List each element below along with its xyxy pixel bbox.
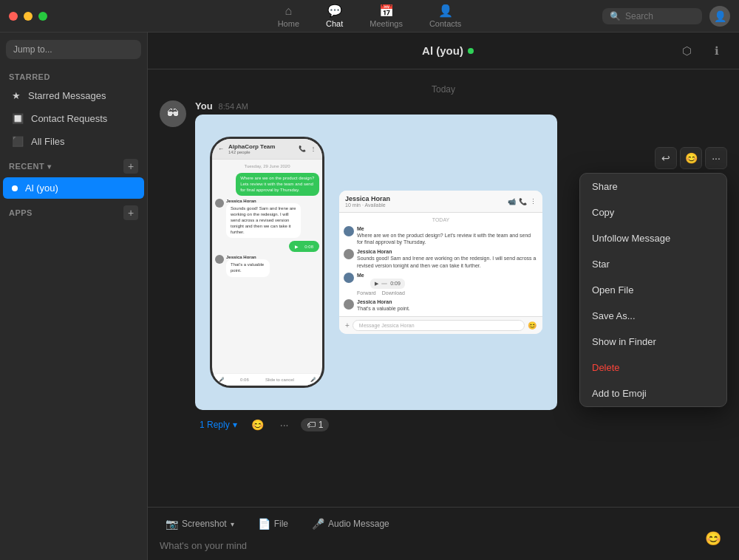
dc-msg1-name: Me (357, 226, 538, 231)
phone-date: Tuesday, 29 June 2020 (215, 163, 319, 170)
dc-emoji-icon: 😊 (528, 321, 537, 329)
sidebar-item-contact-requests[interactable]: 🔲 Contact Requests (3, 108, 144, 129)
context-menu-open-file[interactable]: Open File (580, 277, 726, 303)
contact-requests-icon: 🔲 (12, 113, 24, 124)
popout-button[interactable]: ⬡ (677, 41, 698, 61)
chat-title-text: Al (you) (422, 44, 463, 57)
context-menu-delete[interactable]: Delete (580, 355, 726, 380)
phone-member-count: 142 people (228, 150, 294, 154)
apps-section-row: Apps + (0, 199, 147, 223)
context-menu-copy[interactable]: Copy (580, 199, 726, 225)
context-menu-add-to-emoji[interactable]: Add to Emoji (580, 380, 726, 406)
dc-header-info: Jessica Horan 10 min · Available (345, 195, 390, 208)
add-emoji-button[interactable]: 😊 (248, 414, 268, 435)
online-status-dot (468, 48, 474, 54)
tab-contacts[interactable]: 👤 Contacts (416, 1, 474, 31)
chat-header: Al (you) ⬡ ℹ (148, 33, 739, 69)
jump-to-input[interactable]: Jump to... (6, 40, 141, 59)
chat-header-actions: ⬡ ℹ (677, 41, 727, 61)
tab-home[interactable]: ⌂ Home (265, 1, 313, 31)
dc-more-icon: ⋮ (530, 198, 537, 205)
date-divider: Today (160, 75, 727, 100)
chevron-down-icon: ▾ (233, 420, 237, 430)
context-menu-star[interactable]: Star (580, 251, 726, 277)
more-actions-button[interactable]: ··· (274, 414, 295, 435)
sidebar-item-al-you[interactable]: Al (you) (3, 177, 144, 199)
add-apps-button[interactable]: + (123, 205, 138, 220)
dc-plus-icon: + (345, 321, 350, 329)
title-right: 🔍 👤 (602, 6, 730, 27)
screenshot-preview: ← AlphaCorp Team 142 people 📞⋮ Tuesday, … (195, 115, 557, 410)
apps-section-label: Apps (9, 208, 33, 217)
dc-avatar-jessica2 (344, 299, 354, 310)
sender-avatar: 🕶 (160, 100, 186, 127)
tab-chat-label: Chat (326, 19, 343, 28)
active-dot (12, 185, 18, 191)
al-you-label: Al (you) (25, 182, 58, 194)
search-icon: 🔍 (610, 11, 621, 21)
sidebar-item-all-files[interactable]: ⬛ All Files (3, 131, 144, 152)
reply-count-text: 1 Reply (200, 420, 230, 430)
more-icon-button[interactable]: ··· (705, 147, 727, 169)
tab-meetings[interactable]: 📅 Meetings (356, 1, 416, 31)
dc-msg-row-4: Jessica Horan That's a valuable point. (344, 299, 538, 312)
avatar[interactable]: 👤 (709, 6, 730, 27)
dc-header: Jessica Horan 10 min · Available 📹 📞 ⋮ (339, 191, 542, 213)
dc-video-icon: 📹 (508, 198, 516, 205)
react-icon-button[interactable]: 😊 (680, 147, 702, 169)
search-bar[interactable]: 🔍 (602, 8, 702, 24)
chat-area: Al (you) ⬡ ℹ Today 🕶 You 8:54 AM (148, 33, 739, 560)
audio-tool[interactable]: 🎤 Audio Message (306, 515, 395, 533)
add-recent-button[interactable]: + (123, 159, 138, 174)
tab-meetings-label: Meetings (370, 19, 403, 28)
composer-input[interactable] (160, 539, 727, 553)
maximize-button[interactable] (38, 12, 47, 21)
dc-msg2-name: Jessica Horan (357, 249, 538, 254)
file-icon: 📄 (258, 518, 270, 530)
phone-chat-header: ← AlphaCorp Team 142 people 📞⋮ (212, 139, 322, 160)
sender-name: You (195, 100, 213, 112)
context-menu-save-as[interactable]: Save As... (580, 303, 726, 329)
message-floating-actions: ↩ 😊 ··· (655, 147, 727, 169)
sidebar: Jump to... Starred ★ Starred Messages 🔲 … (0, 33, 148, 560)
dc-msg-row-3: Me ▶ 0:09 Forward Download (344, 273, 538, 296)
audio-label: Audio Message (328, 519, 389, 529)
main-layout: Jump to... Starred ★ Starred Messages 🔲 … (0, 33, 739, 560)
chat-icon: 💬 (327, 4, 342, 18)
dc-avatar-me2 (344, 273, 354, 283)
reply-icon-button[interactable]: ↩ (655, 147, 677, 169)
dc-msg4-text: That's a valuable point. (357, 305, 410, 312)
tab-chat[interactable]: 💬 Chat (313, 1, 356, 31)
starred-section-label: Starred (0, 66, 147, 84)
chat-title: Al (you) (422, 44, 474, 57)
dc-header-icons: 📹 📞 ⋮ (508, 198, 537, 205)
file-tool[interactable]: 📄 File (252, 515, 294, 533)
close-button[interactable] (9, 12, 18, 21)
context-menu-show-in-finder[interactable]: Show in Finder (580, 329, 726, 355)
phone-chat-name: AlphaCorp Team (228, 143, 294, 150)
tab-home-label: Home (278, 19, 299, 28)
all-files-label: All Files (31, 136, 65, 147)
phone-bubble-received2: That's a valuable point. (226, 259, 270, 277)
sidebar-item-starred-messages[interactable]: ★ Starred Messages (3, 85, 144, 106)
dc-contact-status: 10 min · Available (345, 202, 390, 208)
context-menu-unfollow[interactable]: Unfollow Message (580, 225, 726, 251)
dc-date: TODAY (344, 217, 538, 222)
screenshot-tool[interactable]: 📷 Screenshot ▾ (160, 515, 240, 533)
dc-msg-row-1: Me Where are we on the product design? L… (344, 226, 538, 245)
reaction-count: 1 (319, 420, 324, 430)
context-menu-share[interactable]: Share (580, 174, 726, 199)
dc-phone-icon: 📞 (519, 198, 527, 205)
dc-body: TODAY Me Where are we on the product des… (339, 213, 542, 315)
reply-count-button[interactable]: 1 Reply ▾ (195, 417, 242, 432)
info-button[interactable]: ℹ (706, 41, 727, 61)
contact-requests-label: Contact Requests (31, 113, 107, 124)
emoji-reaction-tag[interactable]: 🏷 1 (301, 418, 330, 431)
composer-emoji-button[interactable]: 😊 (705, 530, 721, 547)
dc-footer-input[interactable]: Message Jessica Horan (353, 320, 525, 331)
search-input[interactable] (625, 11, 695, 21)
chat-composer: 📷 Screenshot ▾ 📄 File 🎤 Audio Message 😊 (148, 507, 739, 560)
minimize-button[interactable] (24, 12, 33, 21)
desktop-chat-mockup: Jessica Horan 10 min · Available 📹 📞 ⋮ (339, 191, 542, 333)
recent-section-row: Recent ▾ + (0, 153, 147, 177)
